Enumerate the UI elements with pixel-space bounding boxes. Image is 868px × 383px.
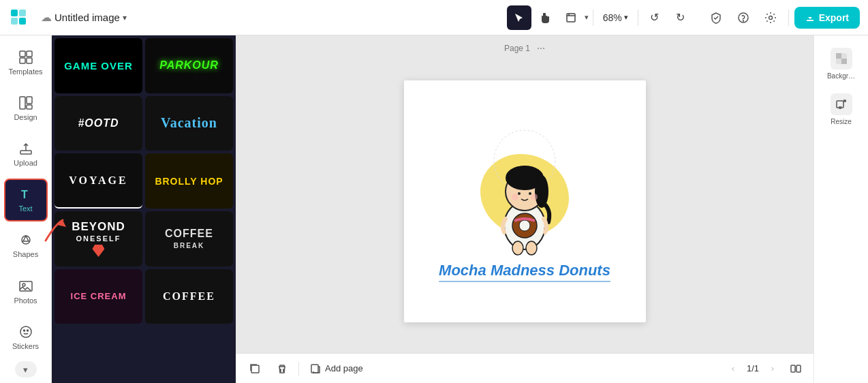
- svg-rect-10: [20, 51, 25, 57]
- bottom-divider: [298, 362, 299, 376]
- add-page-label: Add page: [325, 363, 363, 373]
- template-card-game-over[interactable]: GAME OVER: [55, 38, 142, 93]
- svg-rect-42: [796, 365, 801, 372]
- svg-rect-39: [251, 365, 259, 373]
- template-card-coffee2[interactable]: COFFEE: [145, 269, 233, 324]
- character-svg: [456, 120, 593, 256]
- title-chevron-icon[interactable]: ▾: [123, 13, 127, 22]
- template-card-parkour[interactable]: PARKOUR: [145, 38, 233, 93]
- select-tool-button[interactable]: [507, 5, 531, 30]
- background-label: Backgr…: [827, 72, 855, 80]
- svg-rect-0: [11, 10, 18, 16]
- logo-text: Mocha Madness Donuts: [439, 262, 610, 282]
- undo-redo-group: ↺ ↻: [642, 5, 693, 30]
- template-card-coffee-break[interactable]: COFFEE BREAK: [145, 211, 233, 266]
- undo-button[interactable]: ↺: [642, 5, 667, 30]
- svg-rect-14: [20, 97, 25, 109]
- svg-rect-4: [567, 14, 575, 22]
- page-options-icon[interactable]: ⋯: [537, 44, 545, 53]
- template-card-beyond[interactable]: BEYOND ONESELF: [55, 211, 142, 266]
- template-card-ootd[interactable]: #OOTD: [55, 96, 142, 151]
- svg-rect-46: [837, 101, 843, 108]
- canvas-document[interactable]: Mocha Madness Donuts: [404, 80, 646, 322]
- export-button[interactable]: Export: [794, 7, 860, 29]
- hand-tool-button[interactable]: [533, 5, 557, 30]
- svg-rect-44: [836, 53, 841, 59]
- template-card-brolly-hop[interactable]: BROLLY HOP: [145, 153, 233, 209]
- prev-page-button[interactable]: ‹: [724, 359, 743, 378]
- resize-icon: [831, 93, 852, 115]
- svg-rect-17: [20, 151, 31, 154]
- svg-rect-11: [27, 51, 32, 57]
- zoom-button[interactable]: 68% ▾: [598, 10, 634, 26]
- svg-rect-40: [311, 365, 318, 373]
- canvas-bottom-bar: Add page ‹ 1/1 ›: [236, 353, 813, 383]
- template-card-ice-cream[interactable]: ICE CREAM: [55, 269, 142, 324]
- zoom-chevron-icon: ▾: [624, 13, 628, 22]
- svg-rect-41: [791, 365, 795, 372]
- svg-rect-45: [841, 59, 847, 64]
- oneself-text: ONESELF: [72, 234, 125, 243]
- topbar: ☁ Untitled image ▾ ▾ 68%: [0, 0, 868, 35]
- expand-pages-button[interactable]: [786, 359, 805, 378]
- sidebar-stickers-label: Stickers: [12, 342, 39, 350]
- sidebar-item-templates[interactable]: Templates: [4, 41, 48, 84]
- right-panel-background[interactable]: Backgr…: [820, 44, 863, 84]
- svg-point-19: [22, 236, 30, 244]
- logo-illustration: [456, 120, 593, 256]
- sidebar-collapse-button[interactable]: ▾: [15, 361, 37, 378]
- svg-point-34: [531, 194, 538, 200]
- sidebar-item-shapes[interactable]: Shapes: [4, 224, 48, 267]
- sidebar-item-photos[interactable]: Photos: [4, 270, 48, 313]
- template-card-vacation[interactable]: Vacation: [145, 96, 233, 151]
- page-nav: ‹ 1/1 ›: [724, 359, 805, 378]
- right-panel-resize[interactable]: Resize: [820, 89, 863, 129]
- sidebar-photos-label: Photos: [14, 296, 37, 305]
- resize-label: Resize: [831, 118, 852, 125]
- left-sidebar: Templates Design Upload T Text: [0, 35, 52, 383]
- delete-page-button[interactable]: [271, 358, 293, 380]
- template-card-voyage[interactable]: VOYAGE: [55, 153, 142, 209]
- page-indicator: 1/1: [747, 363, 759, 373]
- shield-icon-button[interactable]: [704, 5, 728, 30]
- svg-rect-16: [27, 105, 32, 109]
- svg-point-37: [512, 241, 523, 255]
- sidebar-item-text[interactable]: T Text: [4, 179, 48, 221]
- svg-rect-1: [19, 10, 26, 16]
- add-page-button[interactable]: Add page: [305, 361, 369, 377]
- svg-point-8: [743, 20, 743, 21]
- svg-point-38: [526, 241, 537, 255]
- sidebar-shapes-label: Shapes: [13, 250, 38, 258]
- svg-point-25: [27, 330, 28, 331]
- svg-point-33: [512, 194, 518, 200]
- sidebar-item-upload[interactable]: Upload: [4, 132, 48, 175]
- redo-button[interactable]: ↻: [668, 5, 693, 30]
- frame-tool-button[interactable]: [559, 5, 583, 30]
- next-page-button[interactable]: ›: [763, 359, 782, 378]
- break-text: BREAK: [165, 241, 213, 250]
- sidebar-item-stickers[interactable]: Stickers: [4, 316, 48, 358]
- cloud-icon: ☁: [41, 11, 52, 24]
- sidebar-upload-label: Upload: [14, 159, 37, 167]
- canvas-area: Page 1 ⋯: [236, 35, 813, 383]
- frame-chevron-icon[interactable]: ▾: [585, 13, 589, 22]
- svg-point-36: [519, 220, 530, 231]
- sidebar-templates-label: Templates: [8, 67, 42, 76]
- duplicate-page-button[interactable]: [244, 358, 266, 380]
- settings-button[interactable]: [758, 5, 783, 30]
- document-title[interactable]: Untitled image: [55, 12, 120, 23]
- templates-grid: GAME OVER PARKOUR #OOTD Vacation VOYAGE …: [52, 35, 236, 326]
- svg-point-32: [529, 192, 531, 195]
- app-logo: [8, 7, 30, 29]
- svg-text:T: T: [21, 189, 28, 200]
- canvas-wrapper: Page 1 ⋯: [236, 35, 813, 353]
- sidebar-item-design[interactable]: Design: [4, 87, 48, 129]
- right-tools: Export: [704, 5, 860, 30]
- topbar-tools: ▾ 68% ▾ ↺ ↻: [507, 5, 693, 30]
- main-area: Templates Design Upload T Text: [0, 35, 868, 383]
- help-button[interactable]: [731, 5, 756, 30]
- zoom-value: 68%: [603, 12, 622, 23]
- divider-3: [788, 10, 789, 26]
- sidebar-design-label: Design: [14, 113, 37, 121]
- svg-rect-13: [27, 58, 32, 63]
